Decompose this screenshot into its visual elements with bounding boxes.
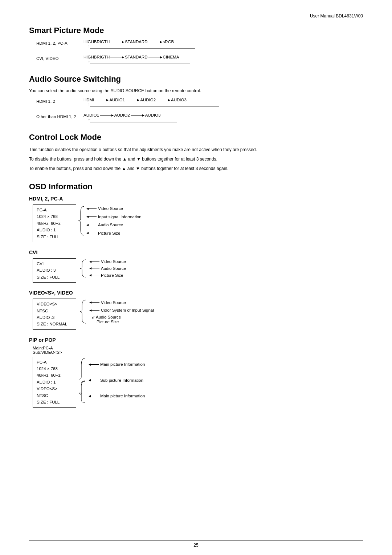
smart-picture-label-2: CVI, VIDEO	[36, 55, 83, 61]
control-lock-section: Control Lock Mode This function disables…	[29, 133, 363, 172]
audio-hdmi-row: HDMI 1, 2 HDMI ▶ AUDIO1 ▶ AUDIO2 ▶ AUDIO…	[36, 98, 363, 107]
hdmi-osd-wrapper: PC-A 1024 × 768 48kHz 60Hz AUDIO : 1 SIZ…	[33, 204, 363, 242]
flow-node: STANDARD	[125, 55, 147, 59]
cvi-connector	[79, 258, 86, 279]
arrow-input-signal: ◀ Input signal Information	[86, 215, 142, 219]
cvi-arrow-size: ◀ Picture Size	[89, 273, 126, 278]
pip-subsection: PIP or POP Main:PC-A Sub:VIDEO<S> PC-A 1…	[29, 337, 363, 408]
audio-hdmi-label: HDMI 1, 2	[36, 98, 83, 104]
pip-brace-svg	[77, 357, 88, 404]
flow-node: AUDIO3	[145, 113, 161, 117]
videos-subsection: VIDEO<S>, VIDEO VIDEO<S> NTSC AUDIO :3 S…	[29, 290, 363, 330]
osd-section: OSD Information HDMI, 2, PC-A PC-A 1024 …	[29, 182, 363, 408]
cvi-arrow-audio: ◀ Audio Source	[89, 266, 126, 271]
videos-arrow-color: ◀ Color System of Input Signal	[89, 308, 154, 312]
arrow-video-source: ◀ Video Source	[86, 206, 142, 211]
videos-brace	[79, 299, 86, 325]
hdmi-osd-box: PC-A 1024 × 768 48kHz 60Hz AUDIO : 1 SIZ…	[33, 204, 76, 242]
flow-node: STANDARD	[125, 40, 147, 44]
pip-osd-box: PC-A 1024 × 768 48kHz 60Hz AUDIO : 1 VID…	[33, 357, 76, 408]
pip-arrow-sub: ◀ Sub picture Information	[89, 378, 145, 382]
pip-sub-label: Sub:VIDEO<S>	[33, 350, 363, 355]
pip-arrows: ◀ Main picture Information ◀ Sub picture…	[89, 357, 145, 404]
audio-source-title: Audio Source Switching	[29, 74, 363, 84]
videos-osd-arrows: ◀ Video Source ◀ Color System of Input S…	[89, 299, 154, 325]
videos-audio-size: ↙ Audio Source Picture Size	[91, 315, 154, 324]
pip-braces	[77, 357, 88, 405]
smart-picture-label-1: HDMI 1, 2, PC-A	[36, 40, 83, 45]
cvi-osd-arrows: ◀ Video Source ◀ Audio Source ◀ Picture …	[89, 258, 126, 279]
page-number: 25	[193, 543, 198, 548]
arrow-picture-size: ◀ Picture Size	[86, 231, 142, 235]
flow-node: AUDIO1	[83, 113, 99, 117]
flow-node: AUDIO2	[114, 113, 130, 117]
manual-title: User Manual BDL4631V/00	[29, 13, 363, 19]
control-lock-text1: This function disables the operation o b…	[29, 146, 363, 153]
audio-hdmi-flow: HDMI ▶ AUDIO1 ▶ AUDIO2 ▶ AUDIO3 ↑	[83, 98, 219, 107]
audio-other-flow: AUDIO1 ▶ AUDIO2 ▶ AUDIO3 ↑	[83, 113, 177, 122]
flow-node: HDMI	[83, 98, 94, 102]
smart-picture-flow-1: HIGHBRIGTH ▶ STANDARD ▶ sRGB ↑	[83, 40, 195, 49]
smart-picture-flow-2: HIGHBRIGTH ▶ STANDARD ▶ CINEMA ↑	[83, 55, 190, 64]
videos-arrow-video: ◀ Video Source	[89, 300, 154, 305]
flow-node: CINEMA	[163, 55, 179, 59]
smart-picture-mode-title: Smart Picture Mode	[29, 26, 363, 35]
pip-osd-wrapper: PC-A 1024 × 768 48kHz 60Hz AUDIO : 1 VID…	[33, 357, 363, 408]
videos-subtitle: VIDEO<S>, VIDEO	[29, 290, 363, 296]
osd-title: OSD Information	[29, 182, 363, 191]
cvi-brace	[79, 258, 86, 279]
flow-node: AUDIO1	[109, 98, 125, 102]
cvi-subtitle: CVI	[29, 250, 363, 255]
flow-node: AUDIO3	[171, 98, 187, 102]
videos-osd-box: VIDEO<S> NTSC AUDIO :3 SIZE : NORMAL	[33, 299, 76, 330]
pip-main-label: Main:PC-A	[33, 346, 363, 350]
control-lock-text3: To enable the buttons, press and hold do…	[29, 165, 363, 172]
flow-node: AUDIO2	[140, 98, 156, 102]
hdmi-osd-arrows: ◀ Video Source ◀ Input signal Informatio…	[86, 204, 142, 237]
audio-source-section: Audio Source Switching You can select th…	[29, 74, 363, 122]
flow-node: HIGHBRIGTH	[83, 40, 110, 44]
smart-picture-row-2: CVI, VIDEO HIGHBRIGTH ▶ STANDARD ▶ CINEM…	[36, 55, 363, 64]
cvi-osd-wrapper: CVI AUDIO : 3 SIZE : FULL ◀ Video Source	[33, 258, 363, 283]
cvi-osd-box: CVI AUDIO : 3 SIZE : FULL	[33, 258, 76, 283]
videos-connector	[79, 299, 86, 325]
control-lock-title: Control Lock Mode	[29, 133, 363, 142]
cvi-subsection: CVI CVI AUDIO : 3 SIZE : FULL ◀ Video So…	[29, 250, 363, 283]
hdmi-brace	[78, 204, 85, 237]
pip-arrow-main1: ◀ Main picture Information	[89, 362, 145, 366]
hdmi-subsection: HDMI, 2, PC-A PC-A 1024 × 768 48kHz 60Hz…	[29, 196, 363, 242]
flow-node: HIGHBRIGTH	[83, 55, 110, 59]
smart-picture-mode-section: Smart Picture Mode HDMI 1, 2, PC-A HIGHB…	[29, 26, 363, 64]
arrow-audio-source: ◀ Audio Source	[86, 223, 142, 227]
audio-other-row: Other than HDMI 1, 2 AUDIO1 ▶ AUDIO2 ▶ A…	[36, 113, 363, 122]
control-lock-text2: To disable the buttons, press and hold d…	[29, 156, 363, 162]
videos-osd-wrapper: VIDEO<S> NTSC AUDIO :3 SIZE : NORMAL ◀ V…	[33, 299, 363, 330]
bottom-rule	[29, 540, 363, 540]
smart-picture-row-1: HDMI 1, 2, PC-A HIGHBRIGTH ▶ STANDARD ▶ …	[36, 40, 363, 49]
audio-source-intro: You can select the audio source using th…	[29, 88, 363, 93]
hdmi-subtitle: HDMI, 2, PC-A	[29, 196, 363, 202]
audio-other-label: Other than HDMI 1, 2	[36, 113, 83, 119]
flow-node: sRGB	[163, 40, 174, 44]
cvi-arrow-video: ◀ Video Source	[89, 259, 126, 264]
pip-subtitle: PIP or POP	[29, 337, 363, 343]
pip-arrow-main2: ◀ Main picture Information	[89, 394, 145, 398]
